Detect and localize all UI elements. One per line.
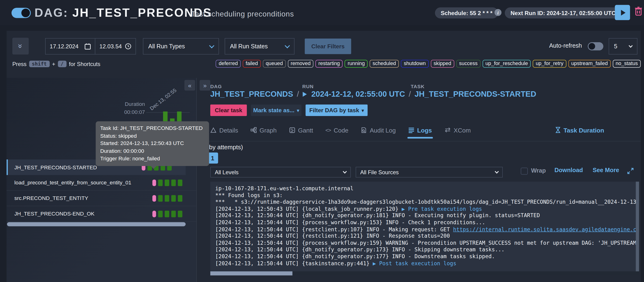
code-icon: <> (325, 127, 331, 133)
collapse-filters-button[interactable]: » (12, 38, 29, 54)
run-status-square-green[interactable] (158, 195, 162, 202)
log-line: [2024-12-13, 12:50:44 UTC] {taskinstance… (215, 260, 634, 267)
tab-label: XCom (454, 126, 470, 134)
grid-page-right-button[interactable]: » (200, 80, 210, 91)
tab-code[interactable]: <> Code (325, 125, 348, 135)
refresh-interval-select[interactable]: 5 (608, 38, 638, 55)
status-badge-up_for_retry[interactable]: up_for_retry (533, 60, 566, 68)
tab-audit-log[interactable]: Audit Log (361, 125, 396, 135)
duration-bar[interactable] (170, 118, 174, 121)
clock-icon (125, 43, 132, 50)
breadcrumb-run-value[interactable]: 2024-12-12, 02:55:00 UTC (311, 90, 405, 99)
run-status-square-pink[interactable] (152, 179, 156, 186)
download-logs-button[interactable]: Download (554, 167, 583, 173)
status-badge-queued[interactable]: queued (263, 60, 286, 68)
run-status-square-green[interactable] (165, 179, 169, 186)
breadcrumb-dag-value[interactable]: JH_TEST_PRECONDS (210, 90, 293, 99)
run-status-square-green[interactable] (171, 179, 176, 186)
tab-label: Task Duration (564, 126, 604, 134)
task-list: JH_TEST_PRECONDS-STARTED load_precond_te… (6, 159, 196, 222)
status-badge-restarting[interactable]: restarting (316, 60, 343, 68)
date-filter-input[interactable]: 17.12.2024 (45, 38, 95, 55)
page-title: DAG: JH_TEST_PRECONDS (34, 6, 212, 19)
tab-gantt[interactable]: Gantt (289, 125, 313, 135)
time-filter-input[interactable]: 12.03.54 (95, 38, 136, 55)
run-status-squares (152, 211, 182, 217)
shortcuts-plus-text: + (52, 61, 55, 67)
breadcrumb: JH_TEST_PRECONDS / 2024-12-12, 02:55:00 … (210, 90, 536, 99)
app-logo-icon[interactable] (12, 8, 31, 18)
task-name: load_precond_test_entity_from_source_ent… (14, 179, 131, 186)
auto-refresh-toggle[interactable] (588, 42, 603, 50)
filter-dag-by-task-button[interactable]: Filter DAG by task ▾ (306, 105, 368, 116)
delete-dag-icon[interactable] (634, 6, 642, 16)
file-sources-select[interactable]: All File Sources (356, 167, 503, 177)
grid-horizontal-scrollbar[interactable] (7, 222, 186, 226)
run-status-square-green[interactable] (178, 179, 182, 186)
caret-down-icon: ▾ (297, 108, 299, 113)
status-badge-shutdown[interactable]: shutdown (401, 60, 428, 68)
audit-log-icon (361, 127, 367, 133)
play-icon (621, 10, 625, 15)
run-states-select[interactable]: All Run States (225, 38, 294, 55)
log-horizontal-scrollbar-thumb[interactable] (210, 271, 292, 276)
wrap-checkbox[interactable] (521, 168, 528, 175)
log-levels-select[interactable]: All Levels (210, 167, 351, 177)
see-more-button[interactable]: See More (593, 167, 619, 173)
run-status-square-pink[interactable] (152, 195, 156, 202)
mark-state-as-button[interactable]: Mark state as... ▾ (251, 105, 302, 116)
tooltip-started: Started: 2024-12-13, 12:50:43 UTC (100, 140, 204, 147)
log-line: *** * s3://runtime-daggerservice-1ha3do9… (215, 199, 634, 206)
fullscreen-icon[interactable] (627, 168, 634, 174)
breadcrumb-separator: / (409, 90, 411, 99)
run-status-square-pink[interactable] (152, 211, 156, 217)
info-icon[interactable]: i (494, 9, 502, 16)
tab-label: Details (219, 126, 238, 134)
run-status-square-green[interactable] (165, 211, 169, 217)
status-badge-running[interactable]: running (345, 60, 368, 68)
tooltip-task-id: Task Id: JH_TEST_PRECONDS-STARTED (100, 125, 204, 132)
log-horizontal-scrollbar-track[interactable] (210, 271, 639, 276)
duration-bar[interactable] (163, 112, 168, 122)
shortcuts-press-text: Press (12, 61, 26, 67)
status-badge-deferred[interactable]: deferred (216, 60, 241, 68)
task-row[interactable]: load_precond_test_entity_from_source_ent… (6, 175, 196, 190)
tabs-divider (197, 141, 641, 141)
status-badge-failed[interactable]: failed (243, 60, 261, 68)
tooltip-status: Status: skipped (100, 132, 204, 140)
time-filter-value: 12.03.54 (100, 43, 122, 50)
tab-logs[interactable]: Logs (408, 125, 432, 135)
breadcrumb-dag-label: DAG (210, 84, 222, 89)
trigger-dag-button[interactable] (615, 5, 630, 20)
log-line: [2024-12-13, 12:50:44 UTC] {dh_notify_op… (215, 253, 634, 260)
clear-filters-button[interactable]: Clear Filters (305, 38, 351, 54)
run-types-select[interactable]: All Run Types (143, 38, 219, 55)
status-badge-no_status[interactable]: no_status (612, 60, 641, 68)
status-badge-removed[interactable]: removed (288, 60, 314, 68)
run-status-square-green[interactable] (165, 195, 169, 202)
status-badge-scheduled[interactable]: scheduled (370, 60, 399, 68)
run-status-square-green[interactable] (178, 211, 182, 217)
run-status-square-green[interactable] (158, 211, 162, 217)
tab-details[interactable]: Details (210, 125, 238, 135)
tab-xcom[interactable]: XCom (444, 125, 470, 135)
run-status-square-green[interactable] (158, 179, 162, 186)
run-status-square-green[interactable] (171, 195, 176, 202)
status-badge-upstream_failed[interactable]: upstream_failed (568, 60, 611, 68)
status-badge-success[interactable]: success (456, 60, 480, 68)
graph-icon (250, 127, 256, 133)
tab-graph[interactable]: Graph (250, 125, 277, 135)
task-row[interactable]: src.PRECOND_TEST_ENTITY (6, 190, 196, 206)
log-vertical-scrollbar[interactable] (636, 182, 639, 271)
run-status-square-green[interactable] (178, 195, 182, 202)
grid-page-left-button[interactable]: « (184, 80, 195, 91)
breadcrumb-task-value[interactable]: JH_TEST_PRECONDS-STARTED (414, 90, 536, 99)
clear-task-button[interactable]: Clear task (210, 105, 247, 116)
tab-task-duration[interactable]: Task Duration (555, 125, 604, 135)
shift-key-badge: shift (29, 61, 50, 67)
run-status-square-green[interactable] (171, 211, 176, 217)
duration-bar[interactable] (177, 112, 182, 122)
status-badge-up_for_reschedule[interactable]: up_for_reschedule (483, 60, 531, 68)
task-row[interactable]: JH_TEST_PRECONDS-END_OK (6, 206, 196, 222)
status-badge-skipped[interactable]: skipped (431, 60, 454, 68)
